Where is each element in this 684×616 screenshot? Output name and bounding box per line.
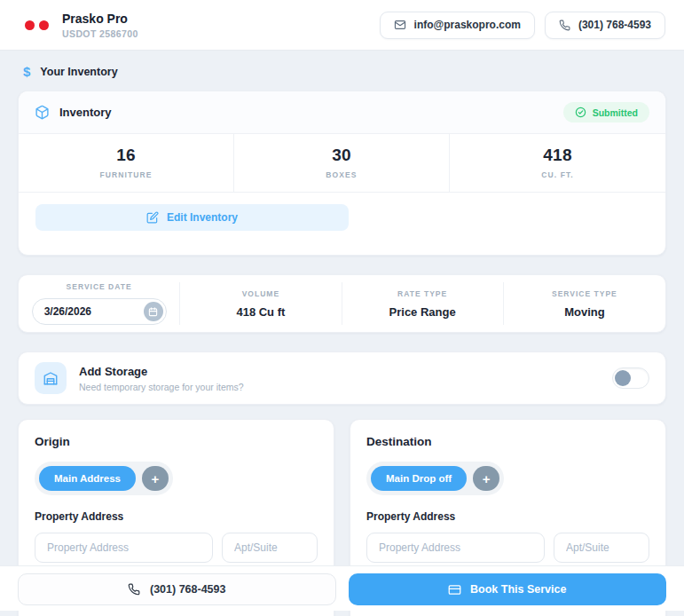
volume-column: VOLUME 418 Cu ft	[180, 282, 342, 325]
origin-address-label: Property Address	[35, 510, 318, 523]
destination-add-address-button[interactable]: +	[473, 466, 499, 491]
toggle-knob	[615, 370, 631, 386]
brand-logo	[25, 20, 49, 30]
origin-title: Origin	[35, 435, 318, 448]
destination-main-dropoff-tab[interactable]: Main Drop off	[371, 466, 467, 491]
service-type-label: SERVICE TYPE	[552, 289, 617, 298]
destination-apt-input[interactable]	[554, 533, 649, 563]
brand-block: Prasko Pro USDOT 2586700	[62, 12, 138, 39]
section-header: $ Your Inventory	[23, 64, 666, 79]
destination-tab-group: Main Drop off +	[366, 462, 504, 495]
volume-value: 418 Cu ft	[236, 305, 285, 319]
stat-value: 418	[450, 146, 665, 165]
book-service-button[interactable]: Book This Service	[349, 573, 667, 605]
email-button[interactable]: info@praskopro.com	[380, 12, 535, 39]
rate-type-column: RATE TYPE Price Range	[342, 282, 504, 325]
inventory-title: Inventory	[59, 106, 112, 119]
status-badge-label: Submitted	[593, 107, 638, 118]
service-date-column: SERVICE DATE	[19, 282, 180, 325]
credit-card-icon	[448, 583, 461, 596]
top-bar: Prasko Pro USDOT 2586700 info@praskopro.…	[0, 0, 684, 51]
stat-boxes: 30 BOXES	[234, 134, 450, 192]
origin-add-address-button[interactable]: +	[142, 466, 169, 491]
inventory-card-header: Inventory Submitted	[19, 91, 665, 134]
service-date-field	[32, 298, 167, 325]
storage-title: Add Storage	[79, 365, 244, 378]
destination-street-input[interactable]	[366, 533, 545, 563]
book-service-label: Book This Service	[470, 583, 566, 596]
service-details-card: SERVICE DATE VOLUME 418 Cu ft RATE TYPE …	[18, 274, 666, 333]
service-type-column: SERVICE TYPE Moving	[504, 282, 665, 325]
phone-button-footer[interactable]: (301) 768-4593	[18, 573, 336, 605]
phone-icon	[559, 20, 570, 31]
storage-toggle[interactable]	[612, 367, 649, 389]
storage-text-block: Add Storage Need temporary storage for y…	[79, 365, 244, 392]
edit-inventory-button[interactable]: Edit Inventory	[35, 204, 349, 231]
stat-label: BOXES	[234, 170, 449, 179]
phone-button-top-label: (301) 768-4593	[578, 19, 651, 31]
destination-address-label: Property Address	[366, 510, 649, 523]
email-button-label: info@praskopro.com	[414, 19, 521, 31]
add-storage-card: Add Storage Need temporary storage for y…	[18, 351, 666, 405]
topbar-actions: info@praskopro.com (301) 768-4593	[380, 12, 665, 39]
stat-label: CU. FT.	[450, 170, 665, 179]
origin-street-input[interactable]	[35, 533, 213, 563]
status-badge: Submitted	[563, 102, 649, 122]
phone-button-top[interactable]: (301) 768-4593	[545, 12, 665, 39]
inventory-stats: 16 FURNITURE 30 BOXES 418 CU. FT.	[19, 134, 665, 193]
storage-subtitle: Need temporary storage for your items?	[79, 382, 244, 392]
envelope-icon	[394, 19, 406, 31]
origin-main-address-tab[interactable]: Main Address	[39, 466, 136, 491]
inventory-actions: Edit Inventory	[19, 193, 665, 255]
section-title: Your Inventory	[40, 66, 117, 78]
edit-icon	[146, 211, 159, 224]
stat-value: 30	[234, 146, 449, 165]
brand-name: Prasko Pro	[62, 12, 138, 26]
dollar-icon: $	[23, 64, 30, 79]
footer-bar: (301) 768-4593 Book This Service	[0, 566, 684, 611]
rate-type-value: Price Range	[389, 305, 456, 319]
stat-cuft: 418 CU. FT.	[450, 134, 665, 192]
check-circle-icon	[575, 107, 586, 118]
origin-apt-input[interactable]	[222, 533, 318, 563]
destination-title: Destination	[366, 435, 649, 448]
stat-furniture: 16 FURNITURE	[19, 134, 234, 192]
origin-address-row1	[35, 533, 318, 563]
service-type-value: Moving	[564, 305, 605, 319]
destination-address-row1	[366, 533, 649, 563]
inventory-card: Inventory Submitted 16 FURNITURE 30 BOXE…	[18, 91, 666, 256]
volume-label: VOLUME	[242, 289, 279, 298]
origin-tab-group: Main Address +	[35, 462, 173, 495]
main-content: $ Your Inventory Inventory Submitted 16 …	[0, 51, 684, 616]
stat-value: 16	[19, 146, 233, 165]
rate-type-label: RATE TYPE	[397, 289, 447, 298]
phone-icon	[128, 583, 140, 596]
cube-icon	[35, 105, 50, 120]
calendar-icon[interactable]	[144, 302, 163, 321]
usdot-number: USDOT 2586700	[62, 28, 138, 39]
stat-label: FURNITURE	[19, 170, 233, 179]
edit-inventory-label: Edit Inventory	[167, 211, 238, 224]
phone-button-footer-label: (301) 768-4593	[150, 583, 225, 596]
service-date-label: SERVICE DATE	[67, 282, 132, 291]
warehouse-icon	[35, 362, 67, 394]
